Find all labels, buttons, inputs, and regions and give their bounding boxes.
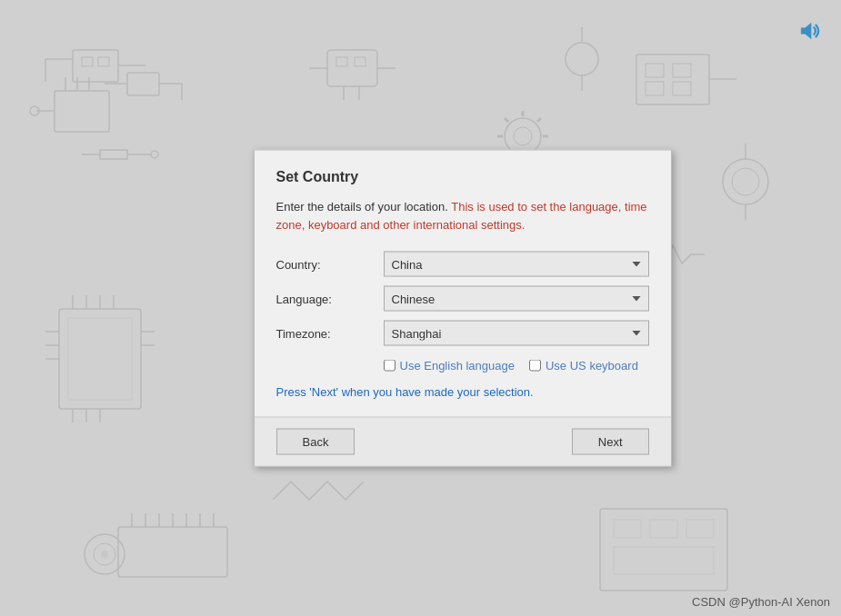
svg-rect-21	[68, 318, 132, 400]
sound-icon[interactable]	[796, 16, 825, 45]
svg-rect-20	[59, 309, 141, 409]
svg-rect-17	[100, 150, 127, 159]
use-us-keyboard-checkbox[interactable]	[529, 360, 541, 372]
svg-rect-47	[118, 527, 227, 577]
use-english-checkbox[interactable]	[384, 360, 395, 372]
timezone-label: Timezone:	[276, 326, 376, 340]
description-plain: Enter the details of your location.	[276, 200, 448, 214]
use-english-label: Use English language	[400, 359, 515, 373]
timezone-select[interactable]: Shanghai Beijing Hong Kong UTC	[384, 321, 649, 346]
use-english-checkbox-label[interactable]: Use English language	[384, 359, 515, 373]
svg-point-44	[566, 43, 598, 75]
back-button[interactable]: Back	[276, 429, 355, 455]
svg-rect-58	[600, 509, 727, 591]
svg-rect-35	[646, 64, 664, 77]
country-label: Country:	[276, 257, 376, 271]
form-grid: Country: China United States United King…	[276, 252, 649, 346]
dialog-title: Set Country	[276, 169, 649, 185]
svg-rect-62	[614, 547, 714, 574]
svg-point-40	[723, 159, 768, 204]
country-select[interactable]: China United States United Kingdom Germa…	[384, 252, 649, 277]
svg-rect-36	[673, 64, 691, 77]
svg-rect-65	[327, 50, 377, 86]
svg-rect-34	[636, 55, 709, 104]
svg-rect-0	[73, 50, 118, 82]
svg-marker-82	[801, 23, 811, 38]
use-us-keyboard-label: Use US keyboard	[546, 359, 638, 373]
next-button[interactable]: Next	[572, 429, 649, 455]
svg-rect-12	[127, 73, 159, 95]
use-us-keyboard-checkbox-label[interactable]: Use US keyboard	[529, 359, 638, 373]
svg-rect-2	[98, 57, 109, 66]
set-country-dialog: Set Country Enter the details of your lo…	[254, 150, 672, 467]
dialog-footer: Back Next	[255, 417, 671, 466]
watermark: CSDN @Python-AI Xenon	[692, 595, 830, 609]
svg-point-57	[101, 551, 108, 558]
language-label: Language:	[276, 292, 376, 305]
svg-point-41	[732, 168, 759, 195]
svg-rect-37	[646, 82, 664, 95]
svg-point-19	[151, 151, 158, 158]
press-next-message: Press 'Next' when you have made your sel…	[276, 385, 649, 399]
svg-line-78	[505, 118, 508, 122]
svg-rect-38	[673, 82, 691, 95]
svg-rect-1	[82, 57, 93, 66]
checkboxes-row: Use English language Use US keyboard	[276, 359, 649, 373]
dialog-description: Enter the details of your location. This…	[276, 198, 649, 233]
svg-rect-66	[336, 57, 347, 66]
svg-rect-67	[355, 57, 365, 66]
svg-rect-60	[650, 520, 677, 538]
svg-rect-6	[55, 91, 109, 132]
svg-point-73	[514, 127, 532, 145]
svg-line-80	[537, 118, 541, 122]
svg-rect-61	[686, 520, 714, 538]
svg-rect-59	[614, 520, 641, 538]
dialog-body: Set Country Enter the details of your lo…	[255, 151, 671, 399]
language-select[interactable]: Chinese English German French	[384, 286, 649, 312]
